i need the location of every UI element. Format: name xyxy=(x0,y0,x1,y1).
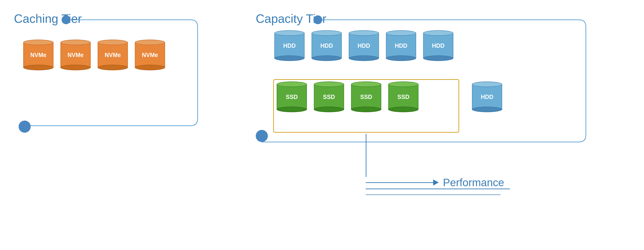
ssd-label-1: SSD xyxy=(286,94,298,100)
hdd-drive-3: HDD xyxy=(349,30,379,61)
hdd-drive-5: HDD xyxy=(423,30,453,61)
hdd-label-4: HDD xyxy=(395,42,407,49)
ssd-label-4: SSD xyxy=(397,94,409,100)
ssd-drive-4: SSD xyxy=(388,82,418,112)
hdd-label-3: HDD xyxy=(358,42,370,49)
ssd-drive-1: SSD xyxy=(277,82,307,112)
nvme-drive-4: NVMe xyxy=(135,40,165,70)
caching-tier-title: Caching Tier xyxy=(14,12,82,26)
ssd-label-2: SSD xyxy=(323,94,335,100)
hdd-drive-1: HDD xyxy=(274,30,304,61)
bottom-line-1 xyxy=(366,188,510,189)
nvme-label-1: NVMe xyxy=(30,52,46,58)
performance-arrow-container: Performance xyxy=(366,176,504,189)
capacity-circle-bottom xyxy=(256,130,268,142)
ssd-drive-3: SSD xyxy=(351,82,381,112)
hdd-row-top: HDD HDD HDD HDD xyxy=(274,30,453,61)
ssd-drive-2: SSD xyxy=(314,82,344,112)
nvme-drives-container: NVMe NVMe NVMe NV xyxy=(23,40,165,70)
performance-label: Performance xyxy=(443,176,504,189)
ssd-label-3: SSD xyxy=(360,94,372,100)
performance-vertical-line xyxy=(366,134,366,177)
capacity-tier: Capacity Tier HDD HDD xyxy=(256,12,600,170)
caching-circle-top xyxy=(62,15,70,24)
nvme-label-3: NVMe xyxy=(104,52,121,58)
nvme-drive-2: NVMe xyxy=(60,40,91,70)
hdd-drive-2: HDD xyxy=(312,30,342,61)
hdd-extra: HDD xyxy=(472,82,502,112)
performance-arrow-head xyxy=(433,179,439,185)
caching-tier: Caching Tier NVMe NVMe xyxy=(14,12,191,147)
main-container: Caching Tier NVMe NVMe xyxy=(0,0,644,250)
nvme-label-4: NVMe xyxy=(142,52,158,58)
bottom-line-2 xyxy=(366,194,500,195)
caching-circle-bottom xyxy=(18,121,31,133)
hdd-label-2: HDD xyxy=(320,42,333,49)
hdd-label-1: HDD xyxy=(283,42,296,49)
nvme-drive-3: NVMe xyxy=(98,40,128,70)
performance-arrow-line xyxy=(366,182,433,183)
hdd-drive-4: HDD xyxy=(386,30,416,61)
nvme-drive-1: NVMe xyxy=(23,40,54,70)
nvme-label-2: NVMe xyxy=(68,52,84,58)
hdd-label-5: HDD xyxy=(432,42,444,49)
hdd-extra-label: HDD xyxy=(481,94,493,100)
capacity-circle-top xyxy=(314,15,322,24)
ssd-row: SSD SSD SSD SSD xyxy=(277,82,418,112)
